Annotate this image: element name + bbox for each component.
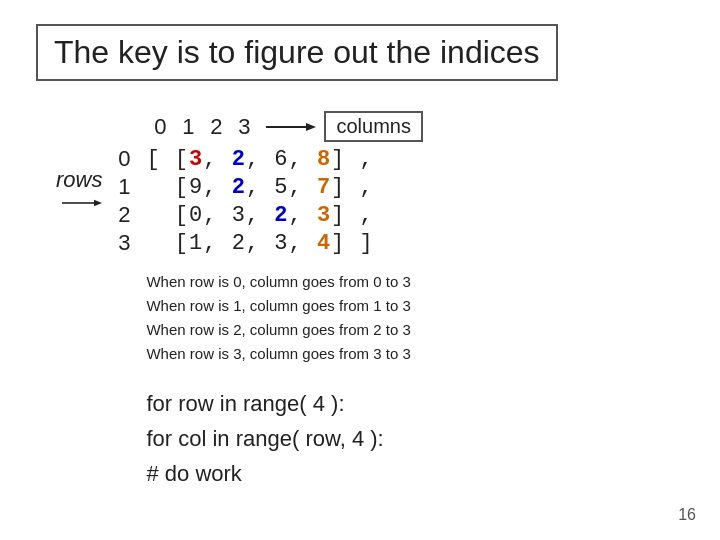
for-row-section: for row in range( 4 ): for col in range(… xyxy=(146,386,422,492)
rows-arrow-icon xyxy=(62,197,102,209)
row-index-3: 3 xyxy=(110,230,138,256)
col-index-2: 2 xyxy=(202,114,230,140)
svg-marker-3 xyxy=(306,123,316,131)
col-indices-row: 0 1 2 3 columns xyxy=(146,111,422,142)
rows-label: rows xyxy=(56,167,102,193)
matrix-row-1: 1 [9, 2, 5, 7] , xyxy=(110,174,422,200)
when-row-0: When row is 0, column goes from 0 to 3 xyxy=(146,270,422,294)
row-index-2: 2 xyxy=(110,202,138,228)
for-code-line-2: # do work xyxy=(146,456,422,491)
title-box: The key is to figure out the indices xyxy=(36,24,558,81)
matrix-code-1: [9, 2, 5, 7] , xyxy=(146,175,373,200)
matrix-row-2: 2 [0, 3, 2, 3] , xyxy=(110,202,422,228)
slide: The key is to figure out the indices row… xyxy=(0,0,720,540)
col-index-0: 0 xyxy=(146,114,174,140)
when-row-1: When row is 1, column goes from 1 to 3 xyxy=(146,294,422,318)
matrix-row-0: 0 [ [3, 2, 6, 8] , xyxy=(110,146,422,172)
col-index-3: 3 xyxy=(230,114,258,140)
matrix-code-3: [1, 2, 3, 4] ] xyxy=(146,231,373,256)
col-index-1: 1 xyxy=(174,114,202,140)
page-number: 16 xyxy=(678,506,696,524)
for-code-line-0: for row in range( 4 ): xyxy=(146,386,422,421)
matrix-code-2: [0, 3, 2, 3] , xyxy=(146,203,373,228)
rows-label-container: rows xyxy=(56,167,102,209)
when-rows-section: When row is 0, column goes from 0 to 3 W… xyxy=(146,270,422,366)
columns-label: columns xyxy=(324,111,422,142)
row-index-0: 0 xyxy=(110,146,138,172)
slide-title: The key is to figure out the indices xyxy=(54,34,540,70)
matrix-code-0: [ [3, 2, 6, 8] , xyxy=(146,147,373,172)
matrix-section: 0 1 2 3 columns 0 [ [3, 2, 6, 8] , xyxy=(110,111,422,492)
when-row-2: When row is 2, column goes from 2 to 3 xyxy=(146,318,422,342)
content-area: rows 0 1 2 3 columns xyxy=(56,111,684,492)
columns-arrow-container: columns xyxy=(266,111,422,142)
row-index-1: 1 xyxy=(110,174,138,200)
columns-arrow-icon xyxy=(266,120,316,134)
matrix-row-3: 3 [1, 2, 3, 4] ] xyxy=(110,230,422,256)
for-code-line-1: for col in range( row, 4 ): xyxy=(146,421,422,456)
svg-marker-1 xyxy=(94,200,102,206)
when-row-3: When row is 3, column goes from 3 to 3 xyxy=(146,342,422,366)
